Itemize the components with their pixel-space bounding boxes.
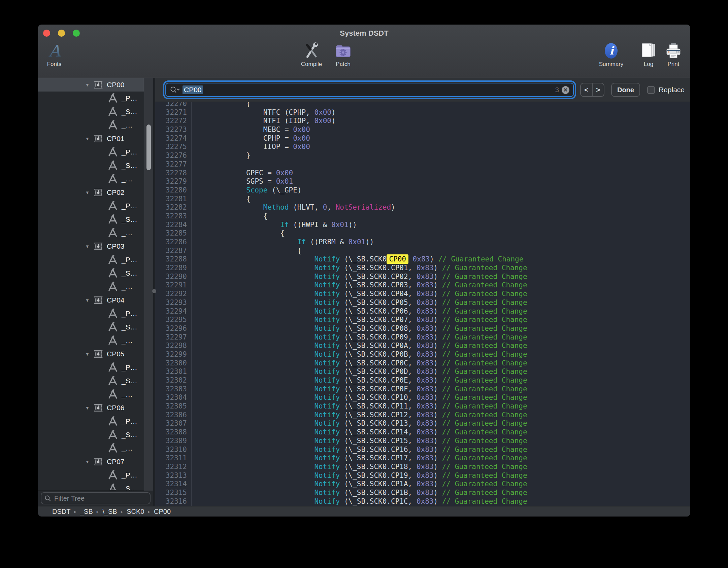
breadcrumb-item[interactable]: _SB: [80, 508, 93, 516]
tree-item-CP06[interactable]: ▼CP06: [38, 401, 153, 415]
disclosure-triangle-icon[interactable]: ▼: [85, 298, 93, 303]
tree-item-label: CP06: [107, 404, 125, 412]
line-number: 32310: [155, 446, 191, 454]
sidebar-tree[interactable]: ▼CP00_P…_S…_…▼CP01_P…_S…_…▼CP02_P…_S…_…▼…: [38, 78, 153, 490]
tree-item-label: _P…: [122, 417, 137, 425]
line-number: 32306: [155, 411, 191, 420]
tree-item-label: _…: [122, 229, 133, 237]
done-button[interactable]: Done: [611, 83, 640, 97]
tree-item-CP07[interactable]: ▼CP07: [38, 455, 153, 468]
code-text: Method (HLVT, 0, NotSerialized): [191, 203, 395, 212]
disclosure-triangle-icon[interactable]: ▼: [85, 459, 93, 464]
tree-child-item[interactable]: _…: [38, 441, 153, 455]
find-previous-button[interactable]: <: [581, 83, 592, 96]
patch-button[interactable]: Patch: [325, 42, 362, 68]
tree-child-item[interactable]: _P…: [38, 307, 153, 320]
code-text: Notify (\_SB.SCK0.CP0E, 0x83) // Guarant…: [191, 376, 527, 385]
tree-item-CP05[interactable]: ▼CP05: [38, 347, 153, 361]
tree-child-item[interactable]: _P…: [38, 253, 153, 267]
line-number: 32298: [155, 342, 191, 350]
tree-child-item[interactable]: _S…: [38, 320, 153, 334]
line-number: 32290: [155, 273, 191, 281]
tree-item-label: _S…: [122, 269, 137, 277]
tree-item-label: _P…: [122, 471, 137, 479]
code-text: Notify (\_SB.SCK0.CP09, 0x83) // Guarant…: [191, 333, 527, 342]
tree-child-item[interactable]: _S…: [38, 267, 153, 280]
disclosure-triangle-icon[interactable]: ▼: [85, 352, 93, 357]
find-next-button[interactable]: >: [592, 83, 604, 96]
tree-item-CP03[interactable]: ▼CP03: [38, 240, 153, 253]
disclosure-triangle-icon[interactable]: ▼: [85, 405, 93, 411]
breadcrumb-item[interactable]: SCK0: [127, 508, 144, 516]
breadcrumb-item[interactable]: \_SB: [102, 508, 117, 516]
code-text: {: [191, 247, 302, 255]
tree-child-item[interactable]: _S…: [38, 159, 153, 172]
scope-icon: [93, 457, 103, 467]
code-lines: 32270 {32271 NTFC (CPHP, 0x00)32272 NTFI…: [155, 102, 690, 506]
tree-child-item[interactable]: _P…: [38, 361, 153, 374]
line-number: 32295: [155, 316, 191, 324]
disclosure-triangle-icon[interactable]: ▼: [85, 190, 93, 195]
tree-item-CP04[interactable]: ▼CP04: [38, 293, 153, 307]
tree-child-item[interactable]: _…: [38, 280, 153, 293]
disclosure-triangle-icon[interactable]: ▼: [85, 82, 93, 87]
code-line: 32308 Notify (\_SB.SCK0.CP14, 0x83) // G…: [155, 428, 690, 437]
tree-item-CP02[interactable]: ▼CP02: [38, 186, 153, 199]
tree-child-item[interactable]: _P…: [38, 145, 153, 159]
tree-child-item[interactable]: _…: [38, 172, 153, 186]
code-line: 32273 MEBC = 0x00: [155, 126, 690, 134]
sidebar-scrollbar-thumb[interactable]: [146, 125, 151, 170]
clear-search-icon[interactable]: ✕: [562, 86, 569, 94]
disclosure-triangle-icon[interactable]: ▼: [85, 136, 93, 141]
tree-child-item[interactable]: _…: [38, 388, 153, 401]
find-match-count: 3: [555, 86, 559, 94]
code-text: Notify (\_SB.SCK0.CP1B, 0x83) // Guarant…: [191, 489, 527, 497]
tree-child-item[interactable]: _S…: [38, 482, 153, 490]
tree-child-item[interactable]: _…: [38, 226, 153, 240]
breadcrumb-separator-icon: ▸: [121, 509, 123, 514]
fonts-button[interactable]: A Fonts: [38, 42, 73, 68]
tree-child-item[interactable]: _P…: [38, 415, 153, 428]
tree-child-item[interactable]: _P…: [38, 199, 153, 213]
tree-child-item[interactable]: _…: [38, 334, 153, 347]
code-text: Notify (\_SB.SCK0.CP0D, 0x83) // Guarant…: [191, 367, 527, 376]
tree-child-item[interactable]: _S…: [38, 428, 153, 441]
tree-item-label: _P…: [122, 202, 137, 210]
method-icon: [107, 362, 118, 373]
code-line: 32309 Notify (\_SB.SCK0.CP15, 0x83) // G…: [155, 437, 690, 446]
line-number: 32283: [155, 212, 191, 221]
breadcrumb-item[interactable]: CP00: [154, 508, 171, 516]
tree-child-item[interactable]: _P…: [38, 468, 153, 482]
tree-child-item[interactable]: _S…: [38, 374, 153, 388]
line-number: 32304: [155, 393, 191, 402]
method-icon: [107, 322, 118, 332]
tree-child-item[interactable]: _S…: [38, 213, 153, 226]
disclosure-triangle-icon[interactable]: ▼: [85, 244, 93, 249]
tree-child-item[interactable]: _S…: [38, 105, 153, 118]
line-number: 32275: [155, 143, 191, 151]
tree-child-item[interactable]: _P…: [38, 92, 153, 105]
find-input[interactable]: CP00 3 ✕: [165, 83, 574, 97]
summary-button[interactable]: i Summary: [593, 42, 630, 68]
filter-placeholder: Filter Tree: [54, 495, 85, 502]
code-text: Notify (\_SB.SCK0.CP12, 0x83) // Guarant…: [191, 411, 527, 420]
print-button[interactable]: Print: [655, 42, 690, 68]
scope-icon: [93, 295, 103, 305]
tree-child-item[interactable]: _…: [38, 118, 153, 132]
line-number: 32294: [155, 307, 191, 316]
sidebar-scrollbar-track[interactable]: [144, 78, 153, 491]
code-editor[interactable]: 32270 {32271 NTFC (CPHP, 0x00)32272 NTFI…: [155, 102, 690, 506]
search-menu-icon[interactable]: [170, 86, 180, 94]
filter-tree-input[interactable]: Filter Tree: [41, 492, 151, 504]
method-icon: [107, 335, 118, 346]
code-line: 32300 Notify (\_SB.SCK0.CP0C, 0x83) // G…: [155, 359, 690, 368]
breadcrumb-item[interactable]: DSDT: [52, 508, 70, 516]
tree-item-CP00[interactable]: ▼CP00: [38, 78, 153, 92]
tree-item-label: _S…: [122, 377, 137, 385]
replace-checkbox[interactable]: [647, 86, 655, 94]
tree-item-CP01[interactable]: ▼CP01: [38, 132, 153, 145]
line-number: 32278: [155, 169, 191, 178]
code-line: 32293 Notify (\_SB.SCK0.CP05, 0x83) // G…: [155, 298, 690, 307]
tree-item-label: _P…: [122, 363, 137, 371]
code-text: GPEC = 0x00: [191, 169, 293, 178]
